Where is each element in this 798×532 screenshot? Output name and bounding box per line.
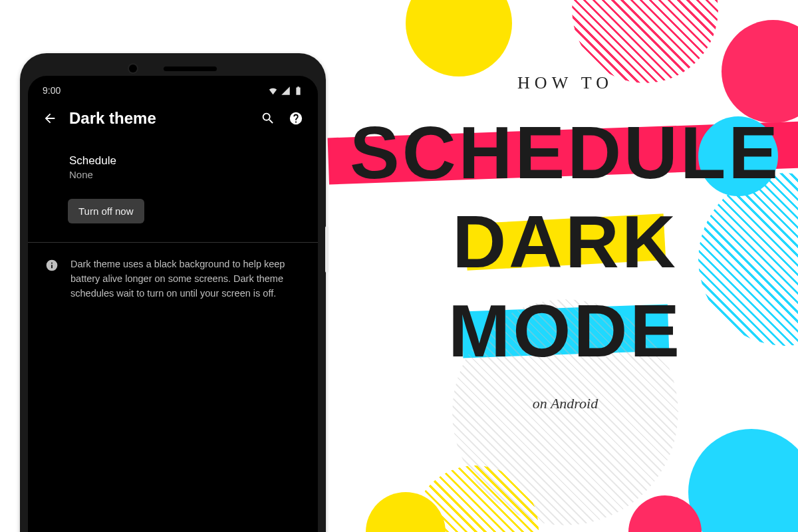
headline-block: HOW TO SCHEDULE DARK MODE on Android [346, 73, 785, 412]
phone-top-bezel [28, 61, 318, 76]
headline-word-2: DARK [452, 205, 678, 279]
headline-word-1: SCHEDULE [350, 116, 781, 190]
headline-word-1-text: SCHEDULE [350, 111, 781, 194]
schedule-value: None [69, 169, 303, 180]
divider [28, 242, 318, 243]
subline-text: on Android [346, 395, 785, 412]
status-bar: 9:00 [43, 85, 303, 96]
turn-off-button[interactable]: Turn off now [68, 199, 144, 223]
headline-word-2-text: DARK [452, 200, 678, 283]
earpiece-speaker [164, 66, 217, 71]
battery-icon [293, 86, 303, 96]
hatched-pink-circle [572, 0, 718, 83]
headline-word-3: MODE [448, 294, 682, 368]
settings-header: Dark theme [43, 109, 303, 128]
phone-screen: 9:00 Dark theme Schedule None Turn off n… [28, 76, 318, 532]
signal-icon [281, 86, 291, 96]
headline-word-3-text: MODE [448, 289, 682, 372]
info-icon [45, 259, 59, 272]
yellow-circle-top [406, 0, 512, 76]
info-text: Dark theme uses a black background to he… [70, 257, 301, 301]
eyebrow-text: HOW TO [346, 73, 785, 93]
info-note: Dark theme uses a black background to he… [43, 257, 303, 301]
help-icon[interactable] [289, 111, 303, 126]
power-button [325, 226, 329, 273]
page-title: Dark theme [69, 109, 249, 128]
status-time: 9:00 [43, 85, 61, 96]
schedule-label: Schedule [69, 154, 303, 168]
front-camera [129, 65, 137, 72]
back-arrow-icon[interactable] [43, 111, 57, 126]
cyan-circle-bottom [688, 429, 798, 532]
wifi-icon [268, 86, 278, 96]
phone-mockup: 9:00 Dark theme Schedule None Turn off n… [20, 53, 326, 532]
search-icon[interactable] [261, 111, 275, 126]
schedule-setting[interactable]: Schedule None [69, 154, 303, 180]
